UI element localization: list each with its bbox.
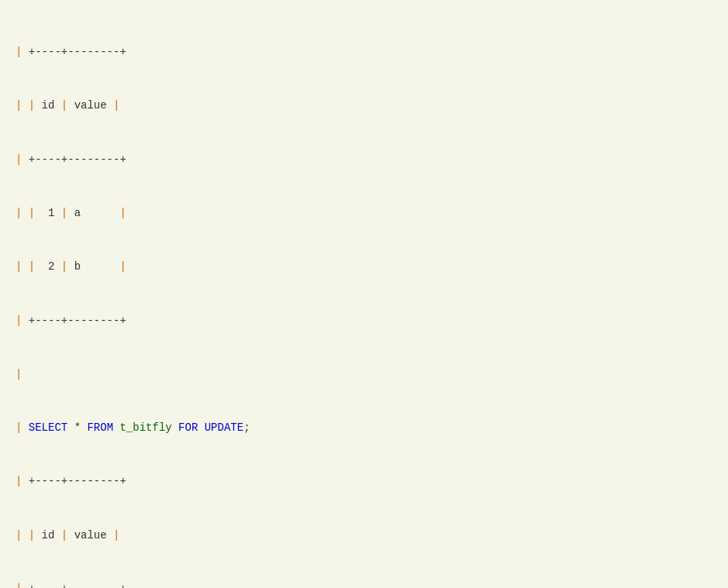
pipe-4b: | <box>61 207 67 219</box>
line-2: | | id | value | <box>16 97 712 115</box>
pipe-2b: | <box>61 99 67 112</box>
pipe-4a: | <box>29 207 35 219</box>
pipe-5c: | <box>119 260 126 273</box>
text-2 <box>22 99 28 112</box>
line-10: | | id | value | <box>16 527 712 545</box>
pipe-7: | <box>16 368 22 380</box>
table-name-1: t_bitfly <box>119 421 171 434</box>
pipe-4c: | <box>119 207 126 219</box>
text-10c: value <box>67 529 113 542</box>
text-8 <box>22 421 28 434</box>
line-9: | +----+--------+ <box>16 473 712 490</box>
text-8e <box>198 421 204 434</box>
line-4: | | 1 | a | <box>16 205 712 222</box>
keyword-select-1: SELECT <box>29 421 67 434</box>
text-5b: 2 <box>35 260 61 273</box>
text-3: +----+--------+ <box>22 153 126 166</box>
line-1: | +----+--------+ <box>16 43 712 61</box>
text-8b: * <box>67 421 87 434</box>
keyword-from-1: FROM <box>87 421 113 434</box>
pipe-10c: | <box>113 529 119 542</box>
pipe-2a: | <box>29 99 35 112</box>
pipe-5a: | <box>29 260 35 273</box>
text-11: +----+--------+ <box>22 583 126 588</box>
text-4b: 1 <box>35 207 61 219</box>
text-10 <box>22 529 28 542</box>
pipe-5b: | <box>61 260 67 273</box>
text-1: +----+--------+ <box>22 46 126 58</box>
pipe-2c: | <box>113 99 119 112</box>
line-5: | | 2 | b | <box>16 258 712 276</box>
text-9: +----+--------+ <box>22 475 126 487</box>
text-2b: id <box>35 99 61 112</box>
text-4c: a <box>67 207 119 219</box>
line-3: | +----+--------+ <box>16 151 712 169</box>
text-2c: value <box>67 99 113 112</box>
text-5 <box>22 260 28 273</box>
text-8d <box>172 421 178 434</box>
terminal-output: | +----+--------+ | | id | value | | +--… <box>16 8 712 588</box>
line-11: | +----+--------+ <box>16 580 712 588</box>
text-5c: b <box>67 260 119 273</box>
text-10b: id <box>35 529 61 542</box>
pipe-10b: | <box>61 529 67 542</box>
line-8: | SELECT * FROM t_bitfly FOR UPDATE; <box>16 419 712 437</box>
text-8f: ; <box>243 421 250 434</box>
line-7: | <box>16 366 712 383</box>
text-6: +----+--------+ <box>22 315 126 327</box>
keyword-update-1: UPDATE <box>205 421 243 434</box>
keyword-for-1: FOR <box>178 421 198 434</box>
pipe-10a: | <box>29 529 35 542</box>
line-6: | +----+--------+ <box>16 312 712 330</box>
text-4 <box>22 207 28 219</box>
